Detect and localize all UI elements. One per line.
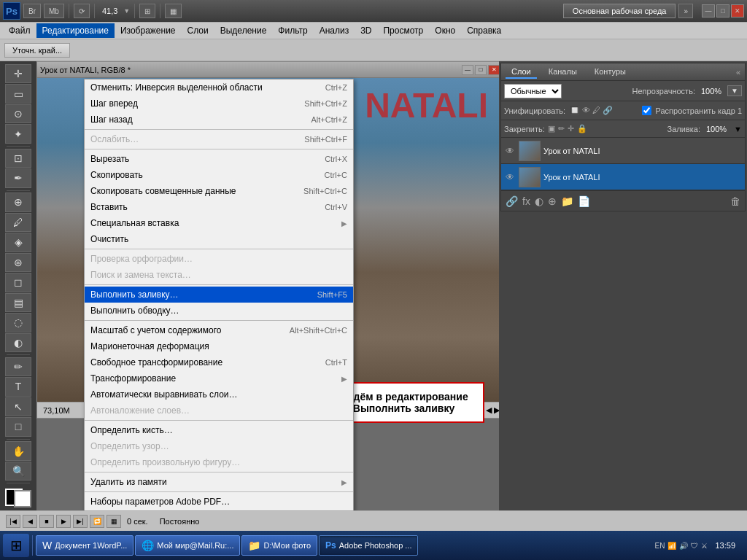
bridge-btn[interactable]: Br — [23, 4, 41, 18]
lock-position[interactable]: ✛ — [568, 124, 574, 133]
tool-blur[interactable]: ◌ — [5, 313, 31, 332]
tool-healing[interactable]: ⊕ — [5, 192, 31, 211]
tab-layers[interactable]: Слои — [506, 66, 537, 79]
tray-network[interactable]: 📶 — [667, 542, 676, 550]
tray-volume[interactable]: 🔊 — [679, 542, 688, 550]
play-loop-btn[interactable]: 🔁 — [90, 515, 104, 528]
menu-view[interactable]: Просмотр — [377, 23, 429, 38]
layer-item-1[interactable]: 👁 Урок от NATALI — [501, 164, 745, 190]
workspace-arrow[interactable]: » — [678, 4, 693, 18]
menu-item-copy[interactable]: СкопироватьCtrl+C — [85, 167, 353, 183]
tab-channels[interactable]: Каналы — [543, 66, 583, 79]
tool-crop[interactable]: ⊡ — [5, 149, 31, 168]
menu-layer[interactable]: Слои — [182, 23, 214, 38]
menu-item-stroke[interactable]: Выполнить обводку… — [85, 303, 353, 319]
tool-pen[interactable]: ✏ — [5, 357, 31, 376]
menu-analysis[interactable]: Анализ — [314, 23, 355, 38]
layer-item-0[interactable]: 👁 Урок от NATALI — [501, 138, 745, 164]
new-group-btn[interactable]: 📁 — [561, 195, 573, 207]
menu-item-step_forward[interactable]: Шаг впередShift+Ctrl+Z — [85, 96, 353, 112]
tool-gradient[interactable]: ▤ — [5, 293, 31, 312]
tool-magic-wand[interactable]: ✦ — [5, 124, 31, 143]
menu-help[interactable]: Справка — [461, 23, 507, 38]
layer-eye-1[interactable]: 👁 — [504, 172, 516, 182]
tray-antivirus[interactable]: ⚔ — [701, 542, 708, 550]
mini-bridge-btn[interactable]: Mb — [44, 4, 64, 18]
refine-edge-button[interactable]: Уточн. край... — [4, 43, 70, 58]
propagate-checkbox[interactable] — [642, 106, 651, 115]
menu-item-clear[interactable]: Очистить — [85, 231, 353, 247]
doc-maximize[interactable]: □ — [475, 65, 487, 75]
lock-transparent[interactable]: ▣ — [548, 124, 555, 133]
tool-clone[interactable]: ◈ — [5, 233, 31, 252]
fill-arrow[interactable]: ▼ — [734, 125, 742, 133]
play-stop-btn[interactable]: ■ — [39, 515, 54, 528]
menu-item-puppet_warp[interactable]: Марионеточная деформация — [85, 338, 353, 354]
tray-security[interactable]: 🛡 — [691, 542, 698, 550]
add-style-btn[interactable]: fx — [522, 195, 530, 207]
delete-layer-btn[interactable]: 🗑 — [730, 195, 740, 207]
link-layers-btn[interactable]: 🔗 — [506, 195, 518, 207]
tool-zoom[interactable]: 🔍 — [5, 462, 31, 481]
tool-move[interactable]: ✛ — [5, 64, 31, 83]
workspace-button[interactable]: Основная рабочая среда — [563, 4, 676, 18]
lock-all[interactable]: 🔒 — [577, 124, 587, 133]
layout-btn[interactable]: ⊞ — [139, 4, 155, 18]
tool-eraser[interactable]: ◻ — [5, 273, 31, 292]
layer-eye-0[interactable]: 👁 — [504, 146, 516, 156]
menu-3d[interactable]: 3D — [355, 23, 377, 38]
zoom-arrow[interactable]: ▼ — [123, 7, 130, 15]
tool-text[interactable]: T — [5, 377, 31, 396]
tool-brush[interactable]: 🖊 — [5, 213, 31, 232]
tool-eyedropper[interactable]: ✒ — [5, 168, 31, 187]
menu-item-transform[interactable]: Трансформирование▶ — [85, 370, 353, 386]
taskbar-word[interactable]: W Документ 1WordP... — [36, 535, 133, 556]
menu-item-step_back[interactable]: Шаг назадAlt+Ctrl+Z — [85, 112, 353, 128]
close-button[interactable]: ✕ — [731, 4, 744, 18]
menu-item-auto_align[interactable]: Автоматически выравнивать слои… — [85, 386, 353, 402]
menu-item-copy_merged[interactable]: Скопировать совмещенные данныеShift+Ctrl… — [85, 183, 353, 199]
blend-mode-select[interactable]: Обычные — [504, 84, 562, 98]
menu-window[interactable]: Окно — [429, 23, 461, 38]
menu-item-free_transform[interactable]: Свободное трансформированиеCtrl+T — [85, 354, 353, 370]
doc-close[interactable]: ✕ — [488, 65, 499, 75]
menu-item-define_brush[interactable]: Определить кисть… — [85, 422, 353, 438]
color-swatches[interactable] — [5, 489, 31, 508]
tray-lang[interactable]: EN — [655, 542, 665, 550]
menu-item-manage_sets[interactable]: Управление наборами… — [85, 510, 353, 510]
unify-icons[interactable]: 🔲 👁 🖊 🔗 — [570, 106, 613, 115]
menu-item-fill[interactable]: Выполнить заливку…Shift+F5 — [85, 287, 353, 303]
taskbar-foto[interactable]: 📁 D:\Мои фото — [241, 535, 317, 556]
opacity-arrow[interactable]: ▼ — [727, 85, 742, 96]
tool-lasso[interactable]: ⊙ — [5, 104, 31, 123]
panel-collapse[interactable]: « — [736, 68, 740, 77]
menu-edit[interactable]: Редактирование — [36, 23, 115, 38]
extra-btn[interactable]: ▦ — [165, 4, 182, 18]
play-options-btn[interactable]: ▦ — [107, 515, 121, 528]
add-mask-btn[interactable]: ◐ — [535, 195, 543, 207]
taskbar-photoshop[interactable]: Ps Adobe Photoshop ... — [319, 535, 418, 556]
doc-minimize[interactable]: — — [462, 65, 473, 75]
tab-paths[interactable]: Контуры — [589, 66, 632, 79]
new-fill-btn[interactable]: ⊕ — [548, 195, 557, 207]
menu-item-content_aware_scale[interactable]: Масштаб с учетом содержимогоAlt+Shift+Ct… — [85, 322, 353, 338]
start-button[interactable]: ⊞ — [3, 534, 29, 557]
menu-filter[interactable]: Фильтр — [272, 23, 313, 38]
menu-item-purge[interactable]: Удалить из памяти▶ — [85, 474, 353, 490]
menu-file[interactable]: Файл — [3, 23, 36, 38]
menu-item-paste[interactable]: ВставитьCtrl+V — [85, 199, 353, 215]
lock-pixels[interactable]: ✏ — [558, 124, 565, 133]
tool-history-brush[interactable]: ⊛ — [5, 253, 31, 272]
tool-dodge[interactable]: ◐ — [5, 333, 31, 352]
tool-marquee[interactable]: ▭ — [5, 84, 31, 103]
play-next-btn[interactable]: ▶ — [56, 515, 71, 528]
menu-item-special_paste[interactable]: Специальная вставка▶ — [85, 215, 353, 231]
menu-item-adobe_pdf[interactable]: Наборы параметров Adobe PDF… — [85, 494, 353, 510]
maximize-button[interactable]: □ — [716, 4, 729, 18]
rotate-btn[interactable]: ⟳ — [74, 4, 90, 18]
play-prev-btn[interactable]: ◀ — [23, 515, 37, 528]
taskbar-mail[interactable]: 🌐 Мой мир@Mail.Ru:... — [135, 535, 240, 556]
background-color[interactable] — [14, 490, 31, 508]
new-layer-btn[interactable]: 📄 — [578, 195, 590, 207]
tool-shape[interactable]: □ — [5, 417, 31, 436]
